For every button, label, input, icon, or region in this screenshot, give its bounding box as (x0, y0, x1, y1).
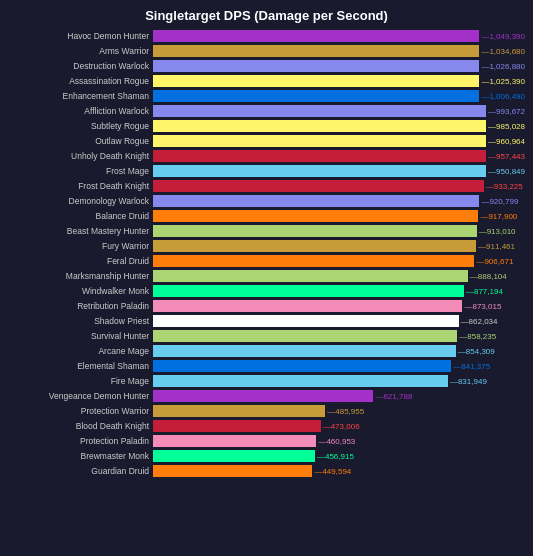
bar-label: Fury Warrior (8, 241, 153, 251)
bar-value: —449,594 (314, 467, 351, 476)
bar-fill (153, 255, 474, 267)
bar-label: Havoc Demon Hunter (8, 31, 153, 41)
bar-value: —473,006 (323, 422, 360, 431)
bar-track: —873,015 (153, 300, 525, 312)
bar-track: —920,799 (153, 195, 525, 207)
bar-row: Blood Death Knight—473,006 (8, 419, 525, 433)
bar-value: —621,788 (375, 392, 412, 401)
bar-value: —913,010 (479, 227, 516, 236)
bar-label: Destruction Warlock (8, 61, 153, 71)
bar-label: Survival Hunter (8, 331, 153, 341)
bar-value: —920,799 (481, 197, 518, 206)
bar-value: —456,915 (317, 452, 354, 461)
bar-track: —993,672 (153, 105, 525, 117)
bar-fill (153, 240, 476, 252)
bar-row: Subtlety Rogue—985,028 (8, 119, 525, 133)
bar-fill (153, 285, 464, 297)
bar-label: Feral Druid (8, 256, 153, 266)
bar-fill (153, 105, 486, 117)
bar-track: —888,104 (153, 270, 525, 282)
bar-row: Destruction Warlock—1,026,880 (8, 59, 525, 73)
bar-label: Shadow Priest (8, 316, 153, 326)
bar-fill (153, 165, 486, 177)
bar-row: Vengeance Demon Hunter—621,788 (8, 389, 525, 403)
bar-fill (153, 465, 312, 477)
bar-track: —473,006 (153, 420, 525, 432)
bar-row: Arms Warrior—1,034,680 (8, 44, 525, 58)
bar-label: Vengeance Demon Hunter (8, 391, 153, 401)
bar-fill (153, 150, 486, 162)
bar-fill (153, 225, 477, 237)
bar-label: Demonology Warlock (8, 196, 153, 206)
bar-label: Brewmaster Monk (8, 451, 153, 461)
bar-row: Demonology Warlock—920,799 (8, 194, 525, 208)
bar-track: —621,788 (153, 390, 525, 402)
bar-value: —858,235 (459, 332, 496, 341)
bar-row: Arcane Mage—854,309 (8, 344, 525, 358)
bar-value: —485,955 (327, 407, 364, 416)
bar-fill (153, 435, 316, 447)
bar-row: Frost Death Knight—933,225 (8, 179, 525, 193)
bar-track: —841,375 (153, 360, 525, 372)
bar-label: Balance Druid (8, 211, 153, 221)
bar-fill (153, 45, 479, 57)
bar-row: Survival Hunter—858,235 (8, 329, 525, 343)
bar-value: —950,849 (488, 167, 525, 176)
bar-row: Brewmaster Monk—456,915 (8, 449, 525, 463)
bar-track: —1,025,390 (153, 75, 525, 87)
bar-track: —911,461 (153, 240, 525, 252)
bar-label: Affliction Warlock (8, 106, 153, 116)
bar-value: —1,049,390 (481, 32, 525, 41)
bar-label: Blood Death Knight (8, 421, 153, 431)
bar-row: Shadow Priest—862,034 (8, 314, 525, 328)
bar-fill (153, 390, 373, 402)
bar-fill (153, 195, 479, 207)
bar-value: —888,104 (470, 272, 507, 281)
bar-label: Retribution Paladin (8, 301, 153, 311)
bar-value: —957,443 (488, 152, 525, 161)
bar-fill (153, 30, 479, 42)
bar-fill (153, 60, 479, 72)
bar-track: —933,225 (153, 180, 525, 192)
bar-value: —841,375 (453, 362, 490, 371)
bar-row: Guardian Druid—449,594 (8, 464, 525, 478)
bar-track: —906,671 (153, 255, 525, 267)
bar-label: Beast Mastery Hunter (8, 226, 153, 236)
bar-fill (153, 135, 486, 147)
bar-label: Arms Warrior (8, 46, 153, 56)
bar-row: Balance Druid—917,900 (8, 209, 525, 223)
bar-track: —913,010 (153, 225, 525, 237)
bar-value: —985,028 (488, 122, 525, 131)
bar-fill (153, 375, 448, 387)
bar-track: —449,594 (153, 465, 525, 477)
bar-label: Guardian Druid (8, 466, 153, 476)
bar-track: —858,235 (153, 330, 525, 342)
bar-track: —1,026,880 (153, 60, 525, 72)
bar-value: —1,026,880 (481, 62, 525, 71)
bar-fill (153, 450, 315, 462)
bar-row: Protection Paladin—460,953 (8, 434, 525, 448)
bar-fill (153, 420, 321, 432)
bar-row: Retribution Paladin—873,015 (8, 299, 525, 313)
bar-label: Protection Warrior (8, 406, 153, 416)
bar-track: —917,900 (153, 210, 525, 222)
bar-value: —911,461 (478, 242, 515, 251)
bar-value: —873,015 (464, 302, 501, 311)
bar-track: —985,028 (153, 120, 525, 132)
bar-fill (153, 360, 451, 372)
bar-label: Windwalker Monk (8, 286, 153, 296)
bar-row: Protection Warrior—485,955 (8, 404, 525, 418)
bar-track: —485,955 (153, 405, 525, 417)
chart-title: Singletarget DPS (Damage per Second) (8, 8, 525, 23)
bar-label: Marksmanship Hunter (8, 271, 153, 281)
bar-value: —862,034 (461, 317, 498, 326)
bar-track: —456,915 (153, 450, 525, 462)
bar-fill (153, 270, 468, 282)
bar-track: —957,443 (153, 150, 525, 162)
bar-value: —1,025,390 (481, 77, 525, 86)
bar-value: —831,949 (450, 377, 487, 386)
bar-track: —862,034 (153, 315, 525, 327)
bar-row: Unholy Death Knight—957,443 (8, 149, 525, 163)
bar-track: —960,964 (153, 135, 525, 147)
bar-track: —1,049,390 (153, 30, 525, 42)
